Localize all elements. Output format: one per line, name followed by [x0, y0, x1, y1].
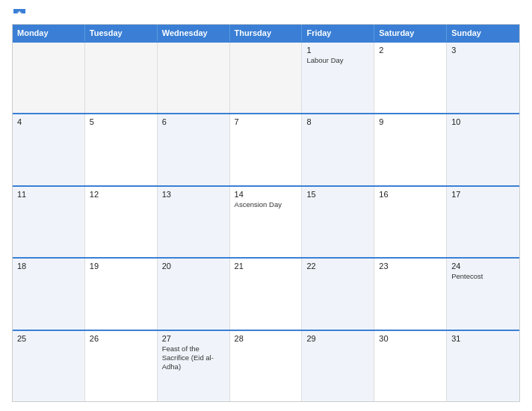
day-number: 26	[90, 334, 152, 343]
cal-cell: 3	[447, 43, 519, 113]
logo	[12, 9, 25, 18]
cal-cell	[158, 43, 230, 113]
day-number: 21	[235, 262, 297, 271]
event-label: Ascension Day	[235, 200, 297, 209]
event-label: Labour Day	[306, 56, 369, 65]
day-number: 28	[235, 334, 297, 343]
calendar: MondayTuesdayWednesdayThursdayFridaySatu…	[12, 24, 520, 402]
cal-cell	[230, 43, 303, 113]
cal-header-saturday: Saturday	[374, 25, 447, 41]
day-number: 16	[379, 190, 442, 199]
cal-cell: 24Pentecost	[447, 259, 519, 329]
day-number: 3	[451, 46, 515, 55]
calendar-header: MondayTuesdayWednesdayThursdayFridaySatu…	[13, 25, 519, 41]
day-number: 20	[162, 262, 225, 271]
cal-cell: 28	[230, 331, 303, 401]
cal-cell: 4	[13, 114, 85, 185]
cal-week-4: 18192021222324Pentecost	[13, 257, 519, 329]
cal-header-friday: Friday	[302, 25, 374, 41]
cal-header-tuesday: Tuesday	[85, 25, 158, 41]
cal-header-monday: Monday	[13, 25, 85, 41]
cal-cell: 17	[447, 187, 519, 257]
day-number: 1	[306, 46, 369, 55]
cal-cell: 23	[374, 259, 447, 329]
day-number: 13	[162, 190, 225, 199]
day-number: 29	[306, 334, 369, 343]
day-number: 12	[90, 190, 152, 199]
cal-cell: 18	[13, 259, 85, 329]
cal-week-2: 45678910	[13, 113, 519, 185]
cal-cell: 11	[13, 187, 85, 257]
day-number: 10	[451, 117, 515, 126]
day-number: 11	[17, 190, 80, 199]
cal-cell: 26	[85, 331, 158, 401]
cal-cell: 30	[374, 331, 447, 401]
day-number: 18	[17, 262, 80, 271]
day-number: 22	[306, 262, 369, 271]
cal-cell: 2	[374, 43, 447, 113]
page: MondayTuesdayWednesdayThursdayFridaySatu…	[0, 0, 532, 411]
cal-cell	[13, 43, 85, 113]
cal-cell: 15	[302, 187, 374, 257]
cal-cell: 6	[158, 114, 230, 185]
cal-cell: 29	[302, 331, 374, 401]
day-number: 7	[235, 117, 297, 126]
cal-header-thursday: Thursday	[230, 25, 303, 41]
cal-header-wednesday: Wednesday	[158, 25, 230, 41]
cal-week-3: 11121314Ascension Day151617	[13, 185, 519, 257]
event-label: Pentecost	[451, 272, 515, 281]
day-number: 17	[451, 190, 515, 199]
cal-cell: 12	[85, 187, 158, 257]
day-number: 14	[235, 190, 297, 199]
cal-week-5: 252627Feast of the Sacrifice (Eid al-Adh…	[13, 330, 519, 401]
day-number: 4	[17, 117, 80, 126]
cal-cell: 27Feast of the Sacrifice (Eid al-Adha)	[158, 331, 230, 401]
cal-cell: 31	[447, 331, 519, 401]
cal-cell: 7	[230, 114, 303, 185]
day-number: 9	[379, 117, 442, 126]
cal-cell: 10	[447, 114, 519, 185]
day-number: 25	[17, 334, 80, 343]
event-label: Feast of the Sacrifice (Eid al-Adha)	[162, 344, 225, 372]
calendar-body: 1Labour Day234567891011121314Ascension D…	[13, 41, 519, 401]
day-number: 15	[306, 190, 369, 199]
cal-cell: 16	[374, 187, 447, 257]
day-number: 5	[90, 117, 152, 126]
cal-cell: 9	[374, 114, 447, 185]
cal-cell: 22	[302, 259, 374, 329]
cal-cell	[85, 43, 158, 113]
cal-cell: 8	[302, 114, 374, 185]
day-number: 27	[162, 334, 225, 343]
cal-cell: 5	[85, 114, 158, 185]
day-number: 23	[379, 262, 442, 271]
cal-cell: 1Labour Day	[302, 43, 374, 113]
day-number: 8	[306, 117, 369, 126]
day-number: 31	[451, 334, 515, 343]
cal-cell: 21	[230, 259, 303, 329]
cal-cell: 19	[85, 259, 158, 329]
cal-header-sunday: Sunday	[447, 25, 519, 41]
day-number: 19	[90, 262, 152, 271]
cal-cell: 20	[158, 259, 230, 329]
day-number: 24	[451, 262, 515, 271]
header	[12, 9, 520, 18]
cal-week-1: 1Labour Day23	[13, 41, 519, 113]
cal-cell: 25	[13, 331, 85, 401]
day-number: 2	[379, 46, 442, 55]
day-number: 30	[379, 334, 442, 343]
logo-flag-icon	[13, 9, 25, 18]
cal-cell: 13	[158, 187, 230, 257]
cal-cell: 14Ascension Day	[230, 187, 303, 257]
day-number: 6	[162, 117, 225, 126]
